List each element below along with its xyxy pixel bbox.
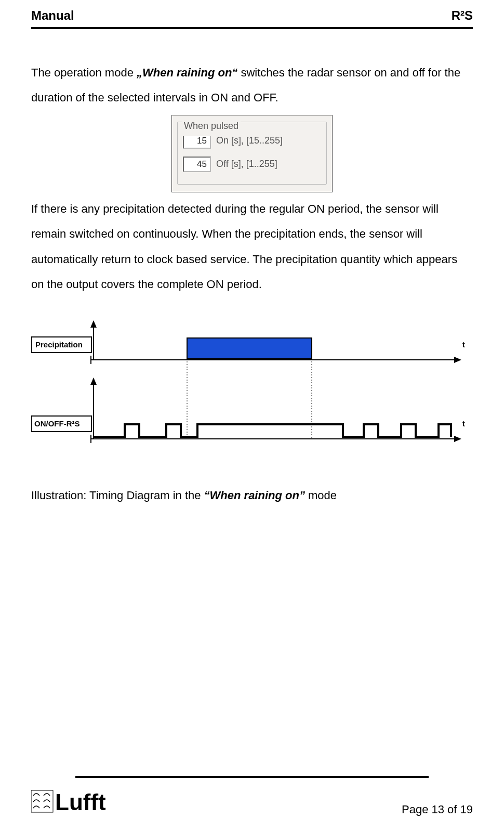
axis-t-top: t <box>462 341 465 349</box>
precipitation-label: Precipitation <box>35 340 83 349</box>
page-number: Page 13 of 19 <box>402 803 473 816</box>
onoff-label: ON/OFF-R²S <box>34 419 80 428</box>
footer-rule <box>75 776 429 778</box>
dialog-legend: When pulsed <box>182 116 241 137</box>
svg-marker-1 <box>90 320 97 328</box>
diagram-caption: Illustration: Timing Diagram in the “Whe… <box>31 483 473 508</box>
off-seconds-input[interactable]: 45 <box>183 157 211 172</box>
svg-marker-10 <box>90 378 97 385</box>
svg-marker-12 <box>454 436 461 442</box>
timing-diagram: t Precipitation t ON/OFF-R²S <box>31 318 473 462</box>
caption-pre: Illustration: Timing Diagram in the <box>31 489 204 502</box>
svg-marker-3 <box>454 357 461 363</box>
para1-pre: The operation mode <box>31 66 137 79</box>
paragraph-intro: The operation mode „When raining on“ swi… <box>31 60 473 111</box>
page-footer: Lufft Page 13 of 19 <box>31 776 473 816</box>
axis-t-bottom: t <box>462 420 465 428</box>
caption-post: mode <box>305 489 337 502</box>
lufft-logo: Lufft <box>31 787 140 816</box>
page-header: Manual R²S <box>31 8 473 26</box>
logo-text: Lufft <box>55 789 106 815</box>
off-seconds-label: Off [s], [1..255] <box>216 154 277 175</box>
caption-mode: “When raining on” <box>204 489 305 502</box>
svg-rect-5 <box>187 338 312 359</box>
header-right: R²S <box>452 8 473 23</box>
para1-mode: „When raining on“ <box>137 66 237 79</box>
paragraph-detail: If there is any precipitation detected d… <box>31 197 473 297</box>
when-pulsed-dialog: When pulsed 15 On [s], [15..255] 45 Off … <box>171 115 333 192</box>
header-left: Manual <box>31 8 74 23</box>
